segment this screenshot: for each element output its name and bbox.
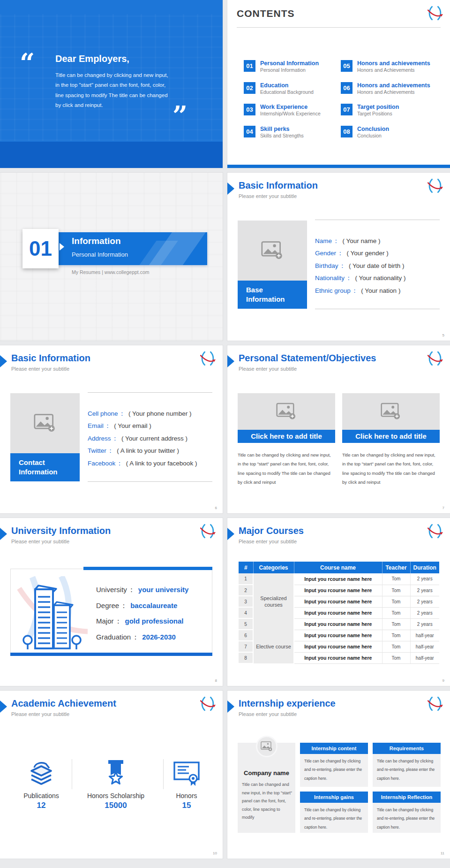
- colon: ：: [105, 422, 111, 429]
- stat-value: 15000: [73, 801, 158, 810]
- title-arrow-icon: [0, 355, 7, 367]
- toc-number-badge: 06: [341, 82, 352, 94]
- toc-item-04[interactable]: 04 Skill perks Skills and Strengths: [244, 126, 338, 145]
- company-photo-placeholder[interactable]: [256, 736, 278, 757]
- toc-number-badge: 03: [244, 104, 255, 115]
- x-swoosh-logo-icon: [427, 6, 443, 21]
- toc-label: Target position: [357, 104, 399, 110]
- toc-label: Skill perks: [260, 126, 290, 132]
- toc-item-07[interactable]: 07 Target position Target Positions: [341, 104, 435, 122]
- toc-item-06[interactable]: 06 Honors and achievements Honors and Ac…: [341, 82, 435, 101]
- stat-label: Honors Scholarship: [73, 792, 158, 799]
- page-subtitle: Please enter your subtitle: [11, 539, 69, 544]
- table-row: 6 Elective course Input you rcourse name…: [239, 630, 439, 641]
- photo-placeholder[interactable]: [238, 393, 335, 430]
- info-category-box: Base Information: [238, 281, 307, 309]
- section-number: 01: [22, 229, 59, 268]
- info-field-list: Cell phone：( Your phone number ) Email：(…: [88, 408, 197, 470]
- cell-teacher: Tom: [382, 573, 410, 585]
- column-header: Duration: [410, 562, 439, 573]
- stat-scholarship: Honors Scholarship 15000: [73, 757, 158, 810]
- table-header-row: # Categories Course name Teacher Duratio…: [239, 562, 439, 573]
- cell-duration: 2 years: [410, 596, 439, 607]
- page-number: 5: [442, 333, 444, 337]
- toc-number-badge: 04: [244, 126, 255, 137]
- slide-contents[interactable]: CONTENTS 01 Personal Information Persona…: [227, 0, 450, 168]
- cell-course: Input you rcourse name here: [294, 596, 382, 607]
- field-row: Degree：baccalaureate: [96, 598, 188, 614]
- field-label: Graduation: [96, 633, 131, 641]
- field-label: Major: [96, 617, 114, 625]
- page-number: 6: [215, 506, 217, 510]
- divider: [88, 481, 212, 482]
- add-title-button[interactable]: Click here to add title: [342, 430, 440, 443]
- cell-num: 4: [239, 607, 253, 618]
- colon: ：: [120, 602, 127, 609]
- slide-internship-experience[interactable]: Internship experience Please enter your …: [227, 691, 450, 859]
- cell-num: 2: [239, 585, 253, 596]
- section-title: Information: [72, 236, 121, 246]
- university-field-list: University：your university Degree：baccal…: [96, 582, 188, 645]
- box-label-line1: Base: [246, 286, 263, 294]
- field-row: Ethnic group：( Your nation ): [315, 285, 406, 297]
- cell-num: 6: [239, 630, 253, 641]
- bottom-accent-bar: [227, 165, 450, 168]
- page-title: University Information: [11, 525, 111, 536]
- slide-academic-achievement[interactable]: Academic Achievement Please enter your s…: [0, 691, 223, 859]
- box-label-line1: Contact: [19, 458, 45, 466]
- toc-sublabel: Educational Background: [260, 89, 314, 95]
- toc-number-badge: 01: [244, 60, 255, 72]
- toc-item-05[interactable]: 05 Honors and achievements Honors and Ac…: [341, 60, 435, 79]
- slide-section-01[interactable]: Information Personal Information 01 My R…: [0, 173, 223, 341]
- slide-university-information[interactable]: University Information Please enter your…: [0, 518, 223, 686]
- slide-contact-information[interactable]: Basic Information Please enter your subt…: [0, 345, 223, 513]
- toc-sublabel: Honors and Achievements: [357, 67, 415, 73]
- page-number: 8: [215, 678, 217, 683]
- field-row: Address：( Your current address ): [88, 433, 197, 445]
- internship-box-caption: Title can be changed by clicking and re-…: [373, 754, 441, 787]
- slide-cover[interactable]: “ Dear Employers, Title can be changed b…: [0, 0, 223, 168]
- field-row: Cell phone：( Your phone number ): [88, 408, 197, 420]
- slide-basic-information[interactable]: Basic Information Please enter your subt…: [227, 173, 450, 341]
- toc-item-01[interactable]: 01 Personal Information Personal Informa…: [244, 60, 338, 79]
- cell-duration: 2 years: [410, 573, 439, 585]
- column-header: Course name: [294, 562, 382, 573]
- field-row: Nationality：( Your nationality ): [315, 272, 406, 284]
- cell-course: Input you rcourse name here: [294, 652, 382, 663]
- title-arrow-icon: [0, 700, 7, 713]
- cell-duration: half-year: [410, 630, 439, 641]
- toc-item-02[interactable]: 02 Education Educational Background: [244, 82, 338, 101]
- field-value: ( Your current address ): [121, 435, 188, 442]
- toc-item-03[interactable]: 03 Work Experience Internship/Work Exper…: [244, 104, 338, 122]
- slide-personal-statement[interactable]: Personal Statement/Objectives Please ent…: [227, 345, 450, 513]
- stat-publications: Publications 12: [10, 757, 73, 810]
- internship-box-header: Internship Reflection: [373, 792, 441, 803]
- cell-teacher: Tom: [382, 596, 410, 607]
- cell-num: 8: [239, 652, 253, 663]
- toc-sublabel: Personal Information: [260, 67, 306, 73]
- courses-table: # Categories Course name Teacher Duratio…: [239, 562, 439, 664]
- colon: ：: [345, 274, 352, 282]
- slide-major-courses[interactable]: Major Courses Please enter your subtitle…: [227, 518, 450, 686]
- photo-placeholder[interactable]: [342, 393, 440, 430]
- toc-item-08[interactable]: 08 Conclusion Conclusion: [341, 126, 435, 145]
- page-title: Academic Achievement: [11, 698, 116, 709]
- photo-placeholder[interactable]: [10, 393, 80, 453]
- stat-label: Publications: [10, 792, 73, 799]
- field-value: baccalaureate: [130, 602, 177, 609]
- toc-sublabel: Skills and Strengths: [260, 133, 304, 138]
- cell-num: 3: [239, 596, 253, 607]
- page-number: 9: [442, 678, 444, 683]
- photo-placeholder[interactable]: [238, 221, 307, 281]
- field-row: Birthday：( Your date of birth ): [315, 260, 406, 272]
- toc-label: Honors and achievements: [357, 60, 430, 67]
- add-image-icon: [276, 403, 297, 420]
- add-title-button[interactable]: Click here to add title: [238, 430, 335, 443]
- colon: ：: [352, 287, 358, 294]
- divider: [315, 220, 440, 220]
- field-value: ( A link to your facebook ): [126, 460, 197, 467]
- field-value: ( Your name ): [343, 237, 381, 244]
- cell-num: 5: [239, 618, 253, 630]
- contents-title: CONTENTS: [237, 8, 295, 19]
- box-label-line2: Information: [246, 295, 285, 303]
